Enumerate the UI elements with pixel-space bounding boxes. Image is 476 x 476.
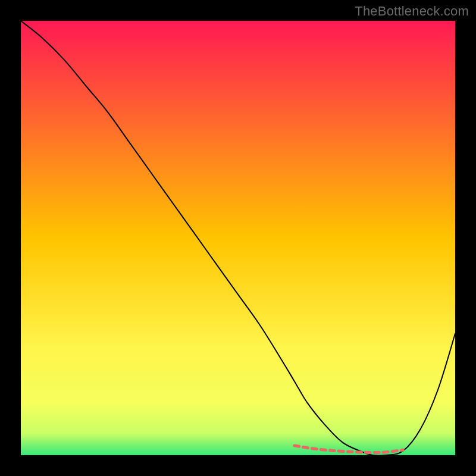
watermark-label: TheBottleneck.com: [355, 4, 469, 19]
bottleneck-chart: TheBottleneck.com: [0, 0, 476, 476]
chart-svg: [0, 0, 476, 476]
